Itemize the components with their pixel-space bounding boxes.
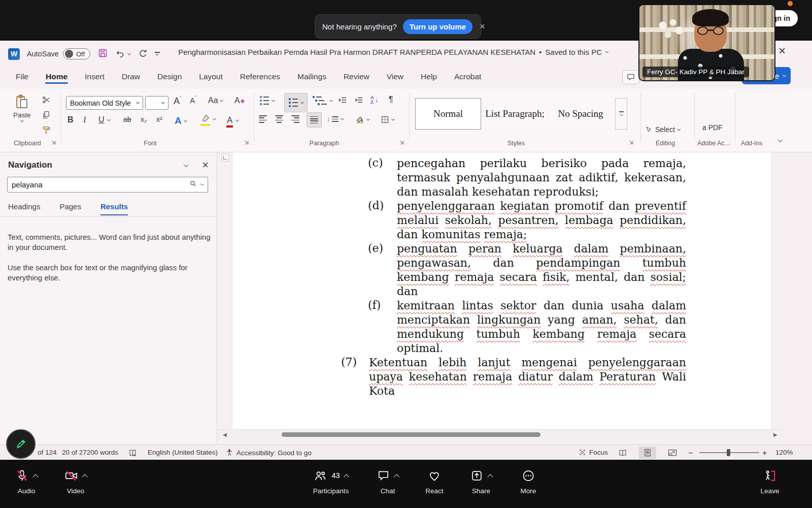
doc-item[interactable]: (c)pencegahan perilaku berisiko pada rem…	[368, 156, 686, 199]
nav-tab-results[interactable]: Results	[100, 202, 128, 215]
quick-access-more-icon[interactable]	[155, 52, 160, 56]
focus-button[interactable]: Focus	[579, 449, 608, 456]
styles-gallery-more-button[interactable]	[615, 98, 627, 130]
nav-tab-pages[interactable]: Pages	[59, 202, 81, 215]
select-button[interactable]: Select	[645, 125, 680, 134]
tab-references[interactable]: References	[233, 68, 287, 86]
font-color-button[interactable]: A	[227, 115, 239, 125]
shading-button[interactable]	[355, 115, 369, 123]
copy-icon[interactable]	[42, 110, 51, 119]
tab-design[interactable]: Design	[151, 68, 188, 86]
navigation-search-box[interactable]	[7, 177, 208, 193]
italic-button[interactable]: I	[83, 115, 86, 124]
style-normal[interactable]: Normal	[415, 98, 481, 130]
highlight-button[interactable]	[201, 114, 216, 124]
nav-tab-headings[interactable]: Headings	[8, 202, 40, 215]
share-control[interactable]: Share	[470, 466, 492, 495]
tab-layout[interactable]: Layout	[192, 68, 229, 86]
toast-close-icon[interactable]: ×	[480, 22, 485, 31]
align-center-button[interactable]	[275, 115, 283, 123]
cut-icon[interactable]	[42, 95, 51, 105]
sort-button[interactable]: AZ ↓	[370, 95, 378, 104]
align-right-button[interactable]	[291, 115, 299, 123]
page-indicator[interactable]: of 124	[38, 449, 57, 456]
tab-view[interactable]: View	[380, 68, 410, 86]
document-body[interactable]: (c)pencegahan perilaku berisiko pada rem…	[368, 156, 686, 398]
subscript-button[interactable]: x₂	[141, 115, 147, 123]
pilcrow-button[interactable]: ¶	[389, 95, 393, 104]
change-case-button[interactable]: Aa	[208, 96, 223, 105]
tab-mailings[interactable]: Mailings	[291, 68, 333, 86]
clipboard-dialog-launcher[interactable]	[51, 140, 58, 146]
align-left-button[interactable]	[259, 115, 267, 123]
decrease-indent-button[interactable]	[338, 96, 347, 104]
audio-control[interactable]: Audio	[15, 466, 38, 495]
chat-options-chevron[interactable]	[394, 474, 399, 480]
annotate-button[interactable]	[6, 429, 36, 459]
text-effects-button[interactable]: A	[175, 115, 187, 126]
chat-control[interactable]: Chat	[377, 466, 399, 495]
line-spacing-button[interactable]: ↕	[327, 115, 344, 123]
participants-options-chevron[interactable]	[344, 474, 349, 480]
window-close-icon[interactable]: ×	[779, 45, 786, 57]
scroll-right-icon[interactable]: ▶	[773, 432, 777, 437]
document-page[interactable]: (c)pencegahan perilaku berisiko pada rem…	[232, 152, 771, 429]
doc-item[interactable]: (d)penyelenggaraan kegiatan promotif dan…	[368, 199, 686, 242]
increase-indent-button[interactable]	[354, 96, 363, 104]
print-layout-button[interactable]	[639, 447, 656, 459]
accessibility-status[interactable]: Accessibility: Good to go	[225, 449, 312, 457]
font-size-combo[interactable]	[145, 96, 168, 110]
strikethrough-button[interactable]: ab	[123, 115, 131, 123]
scroll-left-icon[interactable]: ◀	[223, 432, 227, 437]
font-name-combo[interactable]: Bookman Old Style	[66, 96, 143, 110]
more-control[interactable]: More	[521, 466, 536, 495]
bullets-button[interactable]	[260, 96, 275, 105]
comments-button[interactable]	[622, 70, 639, 84]
proofing-icon[interactable]	[128, 449, 138, 457]
save-icon[interactable]	[97, 48, 108, 60]
styles-dialog-launcher[interactable]	[629, 140, 635, 146]
superscript-button[interactable]: x²	[156, 115, 162, 123]
tab-draw[interactable]: Draw	[115, 68, 147, 86]
doc-item[interactable]: (7)Ketentuan lebih lanjut mengenai penye…	[341, 356, 686, 398]
share-options-chevron[interactable]	[487, 474, 493, 480]
tab-file[interactable]: File	[9, 68, 35, 86]
tab-stop-selector[interactable]	[221, 154, 229, 162]
borders-button[interactable]	[381, 115, 394, 124]
paragraph-dialog-launcher[interactable]	[399, 140, 406, 146]
react-control[interactable]: React	[425, 466, 443, 495]
navigation-collapse-chevron[interactable]	[184, 162, 189, 167]
horizontal-scroll-thumb[interactable]	[282, 432, 540, 437]
tab-help[interactable]: Help	[414, 68, 444, 86]
horizontal-scrollbar[interactable]: ◀ ▶	[218, 429, 785, 439]
word-count[interactable]: 20 of 27200 words	[62, 449, 118, 456]
tab-home[interactable]: Home	[39, 68, 74, 86]
tab-review[interactable]: Review	[337, 68, 376, 86]
turn-up-volume-button[interactable]: Turn up volume	[403, 19, 472, 34]
leave-control[interactable]: Leave	[761, 466, 780, 495]
collapse-ribbon-chevron[interactable]	[779, 139, 782, 142]
multilevel-list-button[interactable]	[313, 96, 332, 105]
language-indicator[interactable]: English (United States)	[148, 449, 218, 456]
read-mode-button[interactable]	[614, 447, 631, 459]
shrink-font-button[interactable]: Aˇ	[190, 96, 196, 105]
search-icon[interactable]	[189, 180, 197, 189]
video-options-chevron[interactable]	[82, 474, 87, 480]
saved-status[interactable]: Saved to this PC	[545, 48, 602, 56]
zoom-slider-thumb[interactable]	[727, 449, 730, 456]
paste-button[interactable]: Paste	[13, 94, 31, 122]
zoom-level[interactable]: 120%	[775, 449, 793, 456]
style-list-paragraph[interactable]: List Paragraph;	[483, 98, 547, 130]
navigation-close-icon[interactable]: ×	[202, 160, 209, 171]
undo-button[interactable]	[115, 49, 130, 59]
clear-formatting-button[interactable]: A◆	[234, 96, 245, 105]
font-dialog-launcher[interactable]	[244, 140, 251, 146]
doc-item[interactable]: (f)kemitraan lintas sektor dan dunia usa…	[368, 299, 686, 356]
format-painter-icon[interactable]	[42, 125, 51, 135]
redo-button[interactable]	[138, 48, 148, 60]
tab-acrobat[interactable]: Acrobat	[448, 68, 488, 86]
search-options-chevron[interactable]	[200, 182, 204, 186]
audio-options-chevron[interactable]	[32, 474, 38, 480]
participants-control[interactable]: 43 Participants	[313, 466, 349, 495]
video-control[interactable]: Video	[64, 466, 87, 495]
